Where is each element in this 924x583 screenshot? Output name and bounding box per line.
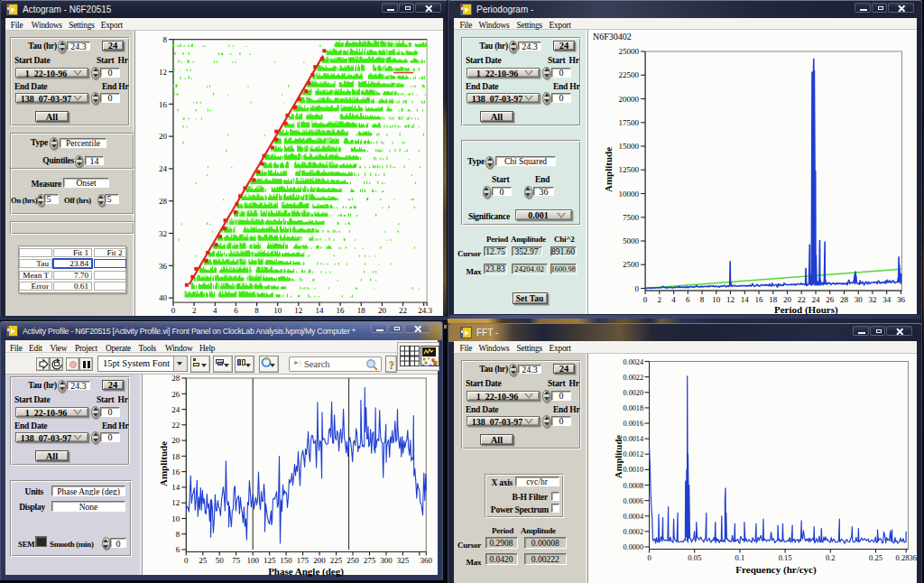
svg-text:0.0010: 0.0010 [623, 466, 643, 474]
svg-text:0.0002: 0.0002 [623, 528, 643, 536]
svg-text:0: 0 [647, 553, 651, 562]
svg-text:0.0020: 0.0020 [623, 389, 643, 397]
svg-text:0.0018: 0.0018 [623, 404, 643, 412]
svg-text:0.0012: 0.0012 [623, 450, 643, 458]
svg-text:Amplitude: Amplitude [614, 435, 624, 478]
svg-text:0.0016: 0.0016 [623, 420, 643, 428]
svg-text:0.0014: 0.0014 [623, 435, 643, 443]
svg-text:0.0000: 0.0000 [623, 543, 643, 551]
svg-text:0.15: 0.15 [779, 553, 792, 562]
svg-text:0.05: 0.05 [688, 553, 701, 562]
svg-text:0.0004: 0.0004 [623, 513, 643, 521]
svg-text:0.0006: 0.0006 [623, 497, 643, 505]
svg-text:0.2836: 0.2836 [896, 553, 917, 562]
svg-text:Frequency (hr/cyc): Frequency (hr/cyc) [735, 564, 817, 576]
svg-text:0.1: 0.1 [735, 553, 745, 562]
svg-text:0.0024: 0.0024 [623, 358, 643, 366]
svg-text:0.2: 0.2 [826, 553, 836, 562]
svg-text:0.25: 0.25 [869, 553, 882, 562]
svg-text:0.0022: 0.0022 [623, 374, 643, 382]
svg-text:0.0008: 0.0008 [623, 482, 643, 490]
